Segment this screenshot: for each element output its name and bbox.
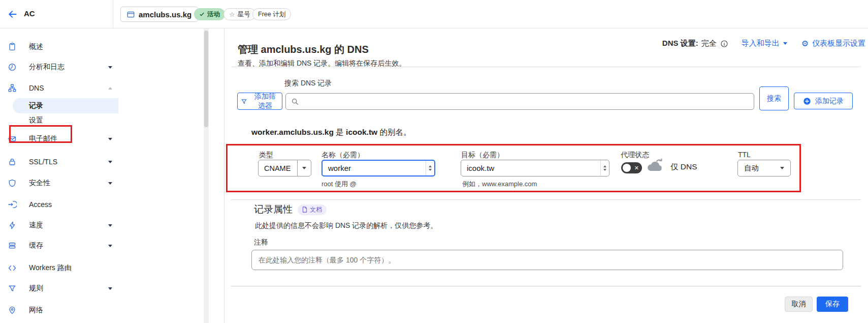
footer-separator bbox=[231, 286, 861, 286]
comment-input[interactable] bbox=[252, 256, 843, 264]
sidebar-item-access[interactable]: Access bbox=[0, 197, 118, 212]
ttl-label: TTL bbox=[738, 151, 751, 159]
target-label: 目标（必需） bbox=[461, 151, 504, 160]
plan-badge: Free 计划 bbox=[252, 8, 291, 20]
check-icon bbox=[199, 12, 205, 17]
plus-circle-icon bbox=[803, 97, 811, 105]
add-filter-button[interactable]: 添加筛选器 bbox=[237, 93, 282, 110]
search-label: 搜索 DNS 记录 bbox=[284, 79, 332, 88]
clipboard-icon bbox=[8, 42, 17, 51]
arrow-down-icon bbox=[603, 169, 606, 171]
stepper-arrows[interactable] bbox=[600, 160, 609, 176]
select-arrow[interactable] bbox=[297, 160, 311, 176]
chevron-down-icon bbox=[108, 182, 112, 185]
gear-icon: ⚙ bbox=[801, 40, 809, 48]
browser-window-icon bbox=[127, 11, 135, 18]
save-button[interactable]: 保存 bbox=[817, 297, 848, 312]
shield-icon bbox=[8, 179, 17, 188]
chevron-down-icon bbox=[783, 42, 787, 45]
proxy-toggle[interactable]: ✕ bbox=[621, 162, 642, 173]
pie-chart-icon bbox=[8, 63, 17, 72]
search-input[interactable] bbox=[303, 97, 749, 106]
lock-icon bbox=[8, 157, 17, 166]
dns-setting-label: DNS 设置: bbox=[662, 39, 698, 48]
access-arrow-icon bbox=[8, 200, 17, 209]
record-name-input[interactable] bbox=[323, 164, 426, 172]
header-controls: DNS 设置: 完全 导入和导出 ⚙ 仪表板显示设置 bbox=[662, 39, 865, 48]
domain-selector[interactable]: amclubs.us.kg bbox=[120, 7, 198, 22]
record-type-select[interactable]: CNAME bbox=[258, 160, 311, 177]
name-helper-text: root 使用 @ bbox=[322, 180, 357, 189]
form-separator bbox=[231, 199, 861, 200]
chevron-down-icon bbox=[108, 161, 112, 163]
account-name: AC bbox=[24, 9, 35, 18]
sidebar-item-workers-routes[interactable]: Workers 路由 bbox=[0, 260, 118, 276]
arrow-up-icon bbox=[429, 165, 432, 167]
sidebar-item-dns-records[interactable]: 记录 bbox=[13, 98, 118, 113]
star-toggle[interactable]: ☆ 星号 bbox=[223, 8, 256, 20]
topbar-divider bbox=[113, 0, 113, 28]
chevron-down-icon bbox=[108, 138, 112, 140]
chevron-down-icon bbox=[108, 245, 112, 247]
layers-icon bbox=[8, 241, 17, 250]
email-icon bbox=[8, 134, 17, 143]
header-separator bbox=[231, 67, 861, 67]
status-badge-active: 活动 bbox=[194, 8, 225, 20]
toggle-knob bbox=[623, 164, 631, 172]
sidebar-scrollbar[interactable] bbox=[204, 28, 209, 323]
target-helper-text: 例如，www.example.com bbox=[462, 180, 537, 189]
dns-setting-value: 完全 bbox=[701, 39, 717, 48]
dns-search-field bbox=[285, 93, 754, 110]
sidebar-item-security[interactable]: 安全性 bbox=[0, 175, 118, 191]
comment-label: 注释 bbox=[254, 238, 268, 247]
record-alias-summary: worker.amclubs.us.kg 是 icook.tw 的别名。 bbox=[251, 127, 411, 138]
sidebar-item-rules[interactable]: 规则 bbox=[0, 281, 118, 296]
add-record-button[interactable]: 添加记录 bbox=[794, 93, 853, 109]
funnel-icon bbox=[8, 284, 17, 293]
record-target-input[interactable] bbox=[461, 164, 600, 172]
domain-name: amclubs.us.kg bbox=[139, 10, 191, 19]
proxy-status-value: 仅 DNS bbox=[670, 162, 697, 172]
x-icon: ✕ bbox=[634, 164, 639, 171]
sidebar-item-ssl-tls[interactable]: SSL/TLS bbox=[0, 154, 118, 169]
scrollbar-thumb[interactable] bbox=[204, 31, 208, 127]
sidebar-item-dns-settings[interactable]: 设置 bbox=[0, 113, 118, 128]
chevron-down-icon bbox=[302, 167, 306, 169]
sidebar-item-overview[interactable]: 概述 bbox=[0, 39, 118, 54]
chevron-down-icon bbox=[108, 66, 112, 69]
sidebar-item-network[interactable]: 网络 bbox=[0, 303, 118, 318]
sidebar-item-email[interactable]: 电子邮件 bbox=[0, 131, 118, 146]
document-icon bbox=[302, 207, 307, 213]
record-properties-title: 记录属性 bbox=[254, 203, 293, 216]
sidebar-nav: 概述 分析和日志 DNS 记录 设置 电子邮件 SSL/TLS bbox=[0, 28, 118, 323]
search-icon bbox=[291, 98, 299, 106]
record-name-field bbox=[322, 160, 435, 177]
topbar: AC amclubs.us.kg 活动 ☆ 星号 Free 计划 bbox=[0, 0, 868, 28]
dns-only-cloud-icon bbox=[646, 158, 665, 172]
record-properties-header: 记录属性 文档 bbox=[254, 203, 327, 216]
main-content: 管理 amclubs.us.kg 的 DNS DNS 设置: 完全 导入和导出 … bbox=[224, 28, 868, 323]
cancel-button[interactable]: 取消 bbox=[785, 297, 813, 312]
ttl-select[interactable]: 自动 bbox=[737, 160, 791, 177]
arrow-up-icon bbox=[603, 165, 606, 167]
code-brackets-icon bbox=[8, 263, 17, 273]
filter-icon bbox=[241, 98, 247, 105]
record-properties-description: 此处提供的信息不会影响 DNS 记录的解析，仅供您参考。 bbox=[255, 221, 437, 230]
stepper-arrows[interactable] bbox=[426, 161, 434, 175]
info-icon[interactable] bbox=[720, 40, 728, 48]
search-button[interactable]: 搜索 bbox=[759, 86, 789, 110]
chevron-up-icon bbox=[108, 87, 112, 90]
sidebar-item-dns[interactable]: DNS bbox=[0, 80, 118, 96]
dashboard-display-settings-link[interactable]: ⚙ 仪表板显示设置 bbox=[801, 39, 865, 48]
comment-field bbox=[251, 250, 843, 270]
sidebar-item-speed[interactable]: 速度 bbox=[0, 218, 118, 233]
record-target-field bbox=[461, 160, 609, 177]
import-export-menu[interactable]: 导入和导出 bbox=[742, 39, 787, 48]
docs-badge[interactable]: 文档 bbox=[298, 204, 327, 215]
name-label: 名称（必需） bbox=[322, 151, 364, 160]
proxy-status-label: 代理状态 bbox=[621, 151, 649, 160]
map-pin-icon bbox=[8, 306, 17, 315]
sidebar-item-analytics[interactable]: 分析和日志 bbox=[0, 60, 118, 75]
sidebar-item-cache[interactable]: 缓存 bbox=[0, 238, 118, 253]
back-arrow-icon[interactable] bbox=[7, 9, 18, 19]
